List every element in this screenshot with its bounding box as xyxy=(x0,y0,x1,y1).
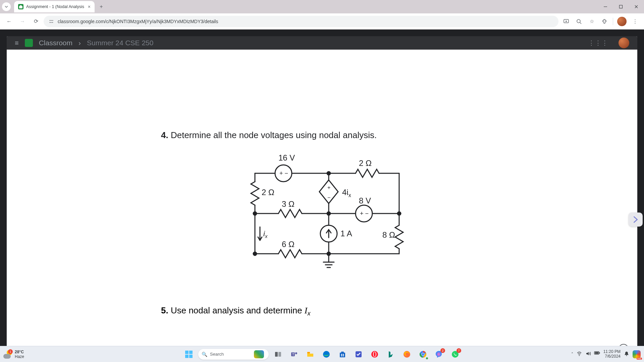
weather-temp: 28°C xyxy=(15,350,24,354)
svg-point-82 xyxy=(422,353,424,355)
tab-search-button[interactable] xyxy=(2,2,11,11)
svg-text:+ −: + − xyxy=(360,210,369,217)
minimize-button[interactable] xyxy=(598,0,613,13)
forward-button[interactable]: → xyxy=(17,16,28,27)
svg-text:T: T xyxy=(292,353,294,356)
notifications-icon[interactable] xyxy=(624,351,629,357)
svg-text:+: + xyxy=(327,185,330,190)
search-highlight-icon xyxy=(254,350,264,358)
svg-point-78 xyxy=(374,352,376,357)
new-tab-button[interactable]: + xyxy=(97,2,106,11)
svg-text:8 V: 8 V xyxy=(359,196,371,205)
svg-rect-5 xyxy=(49,22,52,22)
svg-point-4 xyxy=(52,22,53,22)
svg-rect-69 xyxy=(340,353,345,357)
system-tray: ˄ 11:20 PM 7/6/2024 xyxy=(571,350,641,359)
taskbar-search[interactable]: 🔍 Search xyxy=(198,349,269,360)
svg-rect-60 xyxy=(185,355,189,358)
page-viewport: ≡ Classroom › Summer 24 CSE 250 ⋮⋮⋮ 4. D… xyxy=(0,29,644,362)
windows-taskbar: 1 28°C Haze 🔍 Search T 2 7 ˄ xyxy=(0,346,644,362)
svg-point-88 xyxy=(626,355,627,356)
svg-rect-70 xyxy=(341,352,344,353)
volume-icon[interactable] xyxy=(585,351,591,357)
question-5: 5. Use nodal analysis and determine Ix xyxy=(161,305,483,317)
svg-line-8 xyxy=(580,22,581,24)
install-app-icon[interactable] xyxy=(560,16,572,27)
question-4: 4. Determine all the node voltages using… xyxy=(161,130,483,140)
whatsapp-icon[interactable]: 7 xyxy=(448,348,462,361)
svg-rect-61 xyxy=(189,355,193,358)
svg-text:8 Ω: 8 Ω xyxy=(382,230,395,239)
chrome-menu-button[interactable]: ⋮ xyxy=(629,16,641,27)
site-settings-icon[interactable] xyxy=(48,18,54,24)
svg-rect-63 xyxy=(278,352,281,357)
firefox-icon[interactable] xyxy=(400,348,414,361)
tray-chevron-icon[interactable]: ˄ xyxy=(571,352,573,357)
svg-point-2 xyxy=(50,20,50,20)
course-name[interactable]: Summer 24 CSE 250 xyxy=(87,39,153,47)
svg-rect-87 xyxy=(595,352,598,354)
search-placeholder: Search xyxy=(210,352,224,357)
copilot-icon[interactable] xyxy=(633,350,641,358)
todo-icon[interactable] xyxy=(352,348,365,361)
task-view-button[interactable] xyxy=(271,348,285,361)
zoom-icon[interactable] xyxy=(573,16,585,27)
reload-button[interactable]: ⟳ xyxy=(30,16,42,27)
svg-text:ix: ix xyxy=(263,230,268,239)
menu-icon[interactable]: ≡ xyxy=(15,39,19,47)
file-explorer-icon[interactable] xyxy=(304,348,317,361)
start-button[interactable] xyxy=(182,348,196,361)
messenger-icon[interactable]: 2 xyxy=(432,348,446,361)
back-button[interactable]: ← xyxy=(3,16,15,27)
side-panel-button[interactable] xyxy=(629,213,643,227)
svg-point-65 xyxy=(295,352,297,354)
svg-rect-62 xyxy=(275,352,278,357)
wifi-icon[interactable] xyxy=(577,351,582,357)
assignment-document[interactable]: 4. Determine all the node voltages using… xyxy=(7,50,637,362)
teams-icon[interactable]: T xyxy=(287,348,301,361)
chrome-icon[interactable] xyxy=(416,348,430,361)
window-controls xyxy=(598,0,644,13)
classroom-logo-icon xyxy=(25,39,33,47)
search-icon: 🔍 xyxy=(202,352,207,357)
battery-icon[interactable] xyxy=(594,351,600,357)
svg-text:−: − xyxy=(327,195,330,200)
taskbar-clock[interactable]: 11:20 PM 7/6/2024 xyxy=(603,350,621,359)
svg-rect-67 xyxy=(307,352,310,353)
url-text: classroom.google.com/c/NjkONTI3MzgxMjYy/… xyxy=(58,19,218,24)
close-window-button[interactable] xyxy=(629,0,644,13)
profile-avatar[interactable] xyxy=(617,17,627,26)
address-bar[interactable]: classroom.google.com/c/NjkONTI3MzgxMjYy/… xyxy=(44,16,558,27)
svg-rect-3 xyxy=(51,20,53,20)
classroom-header: ≡ Classroom › Summer 24 CSE 250 ⋮⋮⋮ xyxy=(7,36,637,50)
svg-text:16 V: 16 V xyxy=(278,153,295,162)
bookmark-icon[interactable]: ☆ xyxy=(586,16,597,27)
opera-icon[interactable] xyxy=(368,348,381,361)
browser-tab[interactable]: Assignment - 1 (Nodal Analysis × xyxy=(14,1,95,12)
svg-rect-59 xyxy=(189,351,193,354)
account-avatar[interactable] xyxy=(619,38,629,48)
svg-text:3 Ω: 3 Ω xyxy=(282,199,294,208)
svg-rect-58 xyxy=(185,351,189,354)
tab-title: Assignment - 1 (Nodal Analysis xyxy=(26,4,84,9)
breadcrumb-sep: › xyxy=(78,39,81,47)
svg-text:1 A: 1 A xyxy=(340,229,352,238)
maximize-button[interactable] xyxy=(613,0,629,13)
svg-point-7 xyxy=(577,19,580,23)
svg-point-68 xyxy=(323,351,330,358)
ms-store-icon[interactable] xyxy=(336,348,349,361)
classroom-brand[interactable]: Classroom xyxy=(39,39,72,47)
bing-icon[interactable] xyxy=(384,348,397,361)
circuit-diagram-q4: + − 16 V 2 Ω xyxy=(241,150,483,292)
tab-close-button[interactable]: × xyxy=(88,4,91,9)
weather-icon: 1 xyxy=(3,350,12,359)
svg-text:+ −: + − xyxy=(279,170,288,177)
taskbar-weather[interactable]: 1 28°C Haze xyxy=(3,350,24,359)
svg-rect-1 xyxy=(620,5,623,8)
google-apps-icon[interactable]: ⋮⋮⋮ xyxy=(588,39,608,47)
svg-text:2 Ω: 2 Ω xyxy=(262,188,274,197)
classroom-favicon xyxy=(18,4,23,9)
edge-icon[interactable] xyxy=(320,348,333,361)
extensions-icon[interactable] xyxy=(599,16,610,27)
svg-text:4ix: 4ix xyxy=(342,188,351,198)
